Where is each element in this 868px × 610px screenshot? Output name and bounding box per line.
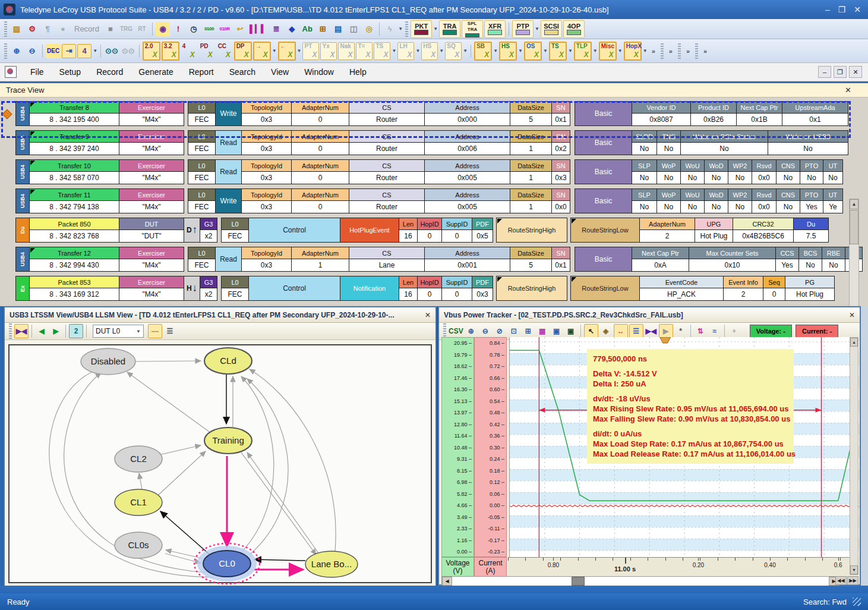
loopback-view-icon[interactable]: ◎ bbox=[362, 22, 376, 36]
analysis-lightning-dropdown-icon[interactable]: ▼ bbox=[398, 26, 403, 32]
trace-row[interactable]: USB4Transfer 128 . 342 994 430Exerciser"… bbox=[15, 247, 863, 272]
ltssm-title-bar[interactable]: USB3 LTSSM View/USB4 LLSM View - [TD 4.0… bbox=[5, 307, 435, 323]
chevron-down-icon[interactable]: ▼ bbox=[136, 329, 141, 334]
type-button-spltra[interactable]: SPL TRA bbox=[462, 20, 483, 38]
capture-screen-icon[interactable]: ▣ bbox=[550, 325, 563, 338]
type-button-tra[interactable]: TRA bbox=[439, 20, 460, 38]
resize-grip[interactable] bbox=[853, 598, 861, 606]
error-summary-icon[interactable]: ! bbox=[171, 22, 185, 36]
hide-downstream-button[interactable]: ←X bbox=[278, 42, 296, 61]
navigator-icon[interactable]: ◆ bbox=[285, 22, 299, 36]
filter-dp-button[interactable]: DPX bbox=[234, 42, 252, 61]
scroll-thumb[interactable] bbox=[572, 577, 585, 586]
step-back-icon[interactable]: ◀ bbox=[35, 325, 48, 338]
export-four-dropdown-icon[interactable]: ▼ bbox=[93, 48, 97, 54]
open-file-icon[interactable]: ▨ bbox=[10, 22, 24, 36]
trace-view-close-icon[interactable]: ✕ bbox=[845, 86, 851, 95]
ptp-level-dropdown-icon[interactable]: ▼ bbox=[535, 26, 539, 32]
tools-icon[interactable]: * bbox=[674, 325, 687, 338]
hide-hs2-dropdown-icon[interactable]: ▼ bbox=[518, 48, 523, 54]
decode-settings-icon[interactable]: DEC bbox=[46, 44, 61, 58]
overflow-chevron-icon[interactable]: » bbox=[703, 48, 707, 55]
hide-hopx-dropdown-icon[interactable]: ▼ bbox=[643, 48, 648, 54]
compare-view-icon[interactable]: ◫ bbox=[346, 22, 361, 36]
waveform-view-icon[interactable]: ≈ bbox=[708, 325, 721, 338]
hide-tlp-button[interactable]: TLPX bbox=[574, 42, 592, 61]
trace-row[interactable]: USB4Transfer 98 . 342 397 240Exerciser"M… bbox=[15, 130, 848, 155]
menu-item-generate[interactable]: Generate bbox=[131, 65, 181, 79]
zoom-in-icon[interactable]: ⊕ bbox=[10, 44, 24, 58]
two-step-icon[interactable]: 2 bbox=[69, 324, 83, 338]
trace-row[interactable]: USB4Transfer 88 . 342 195 400Exerciser"M… bbox=[15, 101, 848, 126]
mdi-restore-button[interactable]: ❐ bbox=[834, 66, 847, 78]
trace-vertical-scrollbar[interactable]: ▲▼ bbox=[849, 199, 859, 306]
type-button-4op[interactable]: 4OP bbox=[563, 20, 585, 38]
hide-sb-dropdown-icon[interactable]: ▼ bbox=[493, 48, 498, 54]
trace-row[interactable]: USB4Transfer 108 . 342 587 070Exerciser"… bbox=[15, 159, 843, 184]
hide-os-button[interactable]: OSX bbox=[524, 42, 542, 61]
hide-upstream-dropdown-icon[interactable]: ▼ bbox=[272, 48, 277, 54]
check-filters-icon[interactable]: ⇅ bbox=[694, 325, 707, 338]
report-view-icon[interactable]: ▤ bbox=[331, 22, 345, 36]
page-last-icon[interactable]: ▶▶ bbox=[847, 576, 858, 585]
hide-misc-button[interactable]: MiscX bbox=[599, 42, 617, 61]
hide-downstream-dropdown-icon[interactable]: ▼ bbox=[297, 48, 302, 54]
menu-item-setup[interactable]: Setup bbox=[52, 65, 89, 79]
zoom-window-icon[interactable]: ⊡ bbox=[507, 325, 520, 338]
scroll-down-icon[interactable]: ▼ bbox=[850, 565, 858, 574]
menu-item-record[interactable]: Record bbox=[89, 65, 131, 79]
list-tool-icon[interactable]: ☰ bbox=[629, 324, 643, 338]
hide-hs2-button[interactable]: HSX bbox=[499, 42, 517, 61]
step-forward-icon[interactable]: ▶ bbox=[49, 325, 62, 338]
page-first-icon[interactable]: ◀◀ bbox=[835, 576, 847, 585]
layout-menu-icon[interactable]: ☰ bbox=[163, 325, 176, 338]
overflow-chevron-icon[interactable]: » bbox=[652, 48, 655, 55]
grid-view-icon[interactable]: ⊞ bbox=[315, 22, 330, 36]
zoom-in-icon[interactable]: ⊕ bbox=[465, 325, 478, 338]
filter-usb32-button[interactable]: 3.2X bbox=[162, 42, 179, 61]
dash-option-icon[interactable]: — bbox=[148, 324, 162, 338]
back-navigate-icon[interactable]: ↩ bbox=[233, 22, 247, 36]
hide-upstream-button[interactable]: →X bbox=[253, 42, 271, 61]
hide-sb-button[interactable]: SBX bbox=[474, 42, 492, 61]
scroll-up-icon[interactable]: ▲ bbox=[850, 338, 858, 347]
zoom-out-icon[interactable]: ⊖ bbox=[479, 325, 492, 338]
hide-hopx-button[interactable]: HopXX bbox=[624, 42, 642, 61]
type-button-scsi[interactable]: SCSI bbox=[541, 20, 562, 38]
state-select-combo[interactable]: DUT L0▼ bbox=[93, 325, 144, 338]
scroll-thumb[interactable] bbox=[850, 210, 858, 244]
vbus-vertical-scrollbar[interactable]: ▲ ▼ bbox=[850, 337, 858, 575]
search-binoculars-icon[interactable]: ⊙⊙ bbox=[104, 44, 119, 58]
export-four-icon[interactable]: 4 bbox=[77, 44, 91, 58]
filter-usb4-button[interactable]: 4X bbox=[181, 42, 197, 60]
measure-tool-icon[interactable]: ↔ bbox=[614, 324, 628, 338]
pointer-tool-icon[interactable]: ↖ bbox=[584, 324, 598, 338]
zoom-custom-icon[interactable]: ⊘ bbox=[493, 325, 506, 338]
waveform-plot[interactable]: 779,500,000 nsDelta V: -14.512 VDelta I:… bbox=[509, 337, 859, 557]
filter-pd-button[interactable]: PDX bbox=[198, 42, 215, 60]
scroll-left-icon[interactable]: ◀ bbox=[442, 577, 452, 586]
type-button-xfr[interactable]: XFR bbox=[484, 20, 506, 38]
menu-item-report[interactable]: Report bbox=[181, 65, 222, 79]
hide-misc-dropdown-icon[interactable]: ▼ bbox=[618, 48, 623, 54]
hide-tlp-dropdown-icon[interactable]: ▼ bbox=[593, 48, 598, 54]
filter-usb20-button[interactable]: 2.0X bbox=[143, 42, 160, 61]
maximize-button[interactable]: ❐ bbox=[838, 5, 846, 14]
mdi-minimize-button[interactable]: – bbox=[818, 66, 831, 78]
scroll-up-icon[interactable]: ▲ bbox=[850, 199, 858, 209]
overflow-chevron-icon[interactable]: » bbox=[686, 48, 690, 55]
menu-item-file[interactable]: File bbox=[23, 65, 52, 79]
mdi-close-button[interactable]: ✕ bbox=[849, 66, 862, 78]
ltssm-close-icon[interactable]: ✕ bbox=[421, 311, 431, 319]
collapse-bowtie-icon[interactable]: ▶◀ bbox=[14, 324, 29, 338]
trace-row[interactable]: ExPacket 8538 . 343 169 312Exerciser"M4x… bbox=[15, 276, 835, 301]
type-button-pkt[interactable]: PKT bbox=[411, 20, 432, 38]
spec-decode-icon[interactable]: Ab bbox=[300, 22, 314, 36]
vbus-horizontal-scrollbar[interactable]: ◀ ▶ bbox=[441, 576, 839, 586]
trace-row[interactable]: DuPacket 8508 . 342 823 768DUT"DUT"D↑G3x… bbox=[15, 218, 829, 243]
pan-tool-icon[interactable]: ◈ bbox=[599, 325, 613, 338]
close-button[interactable]: ✕ bbox=[854, 5, 861, 14]
record-settings-wrench-icon[interactable]: ⚙ bbox=[25, 22, 39, 36]
vbus-close-icon[interactable]: ✕ bbox=[845, 311, 855, 319]
voltage-legend-box[interactable]: Voltage: - bbox=[750, 325, 792, 338]
